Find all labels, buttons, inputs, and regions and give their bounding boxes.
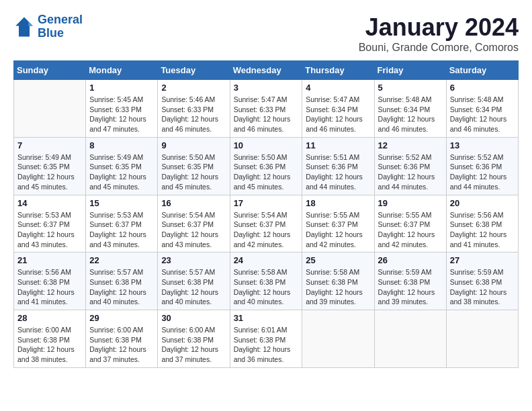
day-number: 28 xyxy=(17,313,82,323)
week-row-5: 28Sunrise: 6:00 AM Sunset: 6:38 PM Dayli… xyxy=(14,310,519,368)
day-cell: 13Sunrise: 5:52 AM Sunset: 6:36 PM Dayli… xyxy=(446,137,518,195)
day-number: 6 xyxy=(450,83,515,93)
logo-line2: Blue xyxy=(38,26,64,40)
week-row-1: 1Sunrise: 5:45 AM Sunset: 6:33 PM Daylig… xyxy=(14,80,519,138)
day-info: Sunrise: 5:59 AM Sunset: 6:38 PM Dayligh… xyxy=(450,267,515,307)
day-number: 20 xyxy=(450,198,515,208)
day-cell: 26Sunrise: 5:59 AM Sunset: 6:38 PM Dayli… xyxy=(374,253,446,310)
day-header-friday: Friday xyxy=(374,61,446,80)
day-info: Sunrise: 5:47 AM Sunset: 6:33 PM Dayligh… xyxy=(234,95,299,134)
day-number: 25 xyxy=(306,255,370,265)
day-number: 19 xyxy=(378,198,443,208)
day-header-monday: Monday xyxy=(86,61,158,80)
day-info: Sunrise: 5:55 AM Sunset: 6:37 PM Dayligh… xyxy=(306,210,370,250)
day-number: 15 xyxy=(89,198,154,208)
day-cell: 3Sunrise: 5:47 AM Sunset: 6:33 PM Daylig… xyxy=(230,80,302,138)
header: General Blue January 2024 Bouni, Grande … xyxy=(13,13,519,54)
day-number: 9 xyxy=(161,140,226,150)
day-number: 11 xyxy=(306,140,370,150)
day-number: 26 xyxy=(378,255,443,265)
day-number: 30 xyxy=(161,313,226,323)
day-number: 18 xyxy=(306,198,370,208)
day-info: Sunrise: 5:54 AM Sunset: 6:37 PM Dayligh… xyxy=(161,210,226,250)
day-cell: 20Sunrise: 5:56 AM Sunset: 6:38 PM Dayli… xyxy=(446,195,518,253)
day-header-sunday: Sunday xyxy=(14,61,86,80)
day-header-wednesday: Wednesday xyxy=(230,61,302,80)
day-cell: 28Sunrise: 6:00 AM Sunset: 6:38 PM Dayli… xyxy=(14,310,86,368)
day-info: Sunrise: 5:57 AM Sunset: 6:38 PM Dayligh… xyxy=(89,267,154,307)
day-info: Sunrise: 5:58 AM Sunset: 6:38 PM Dayligh… xyxy=(234,267,299,307)
day-info: Sunrise: 6:01 AM Sunset: 6:38 PM Dayligh… xyxy=(234,325,299,365)
day-cell: 30Sunrise: 6:00 AM Sunset: 6:38 PM Dayli… xyxy=(158,310,230,368)
day-info: Sunrise: 5:50 AM Sunset: 6:36 PM Dayligh… xyxy=(234,152,299,192)
day-number: 1 xyxy=(89,83,154,93)
day-info: Sunrise: 5:58 AM Sunset: 6:38 PM Dayligh… xyxy=(306,267,370,307)
day-info: Sunrise: 5:47 AM Sunset: 6:34 PM Dayligh… xyxy=(306,95,370,134)
day-info: Sunrise: 5:59 AM Sunset: 6:38 PM Dayligh… xyxy=(378,267,443,307)
day-number: 2 xyxy=(161,83,226,93)
day-cell: 5Sunrise: 5:48 AM Sunset: 6:34 PM Daylig… xyxy=(374,80,446,138)
day-header-saturday: Saturday xyxy=(446,61,518,80)
day-info: Sunrise: 5:52 AM Sunset: 6:36 PM Dayligh… xyxy=(378,152,443,192)
week-row-2: 7Sunrise: 5:49 AM Sunset: 6:35 PM Daylig… xyxy=(14,137,519,195)
day-number: 4 xyxy=(306,83,370,93)
day-cell: 9Sunrise: 5:50 AM Sunset: 6:35 PM Daylig… xyxy=(158,137,230,195)
day-info: Sunrise: 5:48 AM Sunset: 6:34 PM Dayligh… xyxy=(450,95,515,134)
day-number: 7 xyxy=(17,140,82,150)
day-number: 3 xyxy=(234,83,299,93)
day-cell: 24Sunrise: 5:58 AM Sunset: 6:38 PM Dayli… xyxy=(230,253,302,310)
calendar-table: SundayMondayTuesdayWednesdayThursdayFrid… xyxy=(13,60,519,368)
day-headers-row: SundayMondayTuesdayWednesdayThursdayFrid… xyxy=(14,61,519,80)
day-cell: 6Sunrise: 5:48 AM Sunset: 6:34 PM Daylig… xyxy=(446,80,518,138)
day-info: Sunrise: 6:00 AM Sunset: 6:38 PM Dayligh… xyxy=(161,325,226,365)
svg-marker-0 xyxy=(15,17,33,36)
day-info: Sunrise: 5:45 AM Sunset: 6:33 PM Dayligh… xyxy=(89,95,154,134)
day-cell: 15Sunrise: 5:53 AM Sunset: 6:37 PM Dayli… xyxy=(86,195,158,253)
calendar-subtitle: Bouni, Grande Comore, Comoros xyxy=(359,42,519,54)
day-info: Sunrise: 6:00 AM Sunset: 6:38 PM Dayligh… xyxy=(89,325,154,365)
day-number: 17 xyxy=(234,198,299,208)
day-number: 16 xyxy=(161,198,226,208)
day-cell xyxy=(14,80,86,138)
day-header-thursday: Thursday xyxy=(302,61,374,80)
day-number: 13 xyxy=(450,140,515,150)
day-number: 5 xyxy=(378,83,443,93)
day-info: Sunrise: 5:53 AM Sunset: 6:37 PM Dayligh… xyxy=(17,210,82,250)
day-cell: 29Sunrise: 6:00 AM Sunset: 6:38 PM Dayli… xyxy=(86,310,158,368)
day-info: Sunrise: 5:49 AM Sunset: 6:35 PM Dayligh… xyxy=(89,152,154,192)
logo-text: General Blue xyxy=(38,13,83,40)
day-info: Sunrise: 5:56 AM Sunset: 6:38 PM Dayligh… xyxy=(450,210,515,250)
day-cell: 11Sunrise: 5:51 AM Sunset: 6:36 PM Dayli… xyxy=(302,137,374,195)
day-number: 8 xyxy=(89,140,154,150)
day-info: Sunrise: 5:54 AM Sunset: 6:37 PM Dayligh… xyxy=(234,210,299,250)
day-number: 21 xyxy=(17,255,82,265)
logo-icon xyxy=(13,16,35,38)
day-info: Sunrise: 5:48 AM Sunset: 6:34 PM Dayligh… xyxy=(378,95,443,134)
day-info: Sunrise: 6:00 AM Sunset: 6:38 PM Dayligh… xyxy=(17,325,82,365)
day-number: 12 xyxy=(378,140,443,150)
day-cell: 18Sunrise: 5:55 AM Sunset: 6:37 PM Dayli… xyxy=(302,195,374,253)
day-cell: 10Sunrise: 5:50 AM Sunset: 6:36 PM Dayli… xyxy=(230,137,302,195)
day-cell: 17Sunrise: 5:54 AM Sunset: 6:37 PM Dayli… xyxy=(230,195,302,253)
day-cell: 2Sunrise: 5:46 AM Sunset: 6:33 PM Daylig… xyxy=(158,80,230,138)
day-number: 29 xyxy=(89,313,154,323)
day-info: Sunrise: 5:49 AM Sunset: 6:35 PM Dayligh… xyxy=(17,152,82,192)
day-cell: 8Sunrise: 5:49 AM Sunset: 6:35 PM Daylig… xyxy=(86,137,158,195)
day-cell: 25Sunrise: 5:58 AM Sunset: 6:38 PM Dayli… xyxy=(302,253,374,310)
day-number: 23 xyxy=(161,255,226,265)
logo: General Blue xyxy=(13,13,83,40)
day-cell: 7Sunrise: 5:49 AM Sunset: 6:35 PM Daylig… xyxy=(14,137,86,195)
day-number: 22 xyxy=(89,255,154,265)
day-number: 24 xyxy=(234,255,299,265)
day-info: Sunrise: 5:57 AM Sunset: 6:38 PM Dayligh… xyxy=(161,267,226,307)
day-number: 14 xyxy=(17,198,82,208)
day-cell: 14Sunrise: 5:53 AM Sunset: 6:37 PM Dayli… xyxy=(14,195,86,253)
day-cell: 19Sunrise: 5:55 AM Sunset: 6:37 PM Dayli… xyxy=(374,195,446,253)
calendar-title: January 2024 xyxy=(359,13,519,42)
day-cell: 31Sunrise: 6:01 AM Sunset: 6:38 PM Dayli… xyxy=(230,310,302,368)
day-number: 27 xyxy=(450,255,515,265)
day-info: Sunrise: 5:53 AM Sunset: 6:37 PM Dayligh… xyxy=(89,210,154,250)
day-cell: 1Sunrise: 5:45 AM Sunset: 6:33 PM Daylig… xyxy=(86,80,158,138)
week-row-4: 21Sunrise: 5:56 AM Sunset: 6:38 PM Dayli… xyxy=(14,253,519,310)
day-cell xyxy=(446,310,518,368)
